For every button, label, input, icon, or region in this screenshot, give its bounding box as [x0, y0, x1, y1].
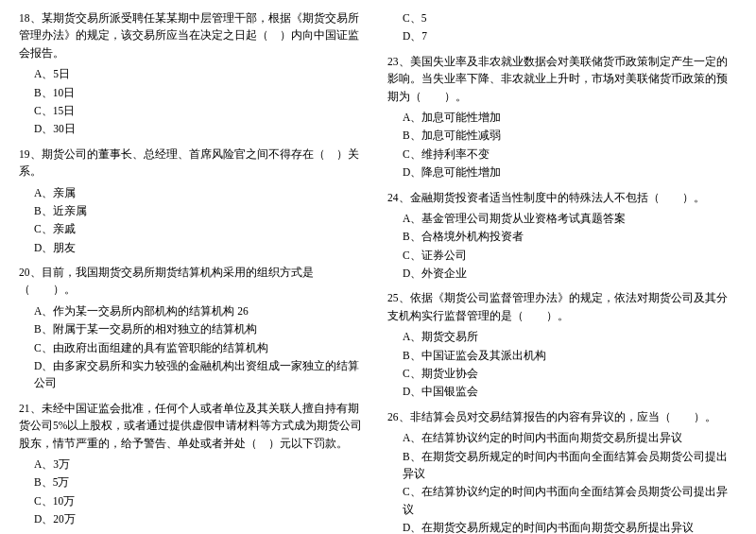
question-18-options: A、5日 B、10日 C、15日 D、30日 — [19, 65, 369, 138]
option-24-d: D、外资企业 — [403, 265, 737, 282]
option-19-a: A、亲属 — [34, 184, 369, 201]
question-20-options: A、作为某一交易所内部机构的结算机构 26 B、附属于某一交易所的相对独立的结算… — [19, 302, 369, 392]
option-19-b: B、近亲属 — [34, 202, 369, 219]
question-24-options: A、基金管理公司期货从业资格考试真题答案 B、合格境外机构投资者 C、证券公司 … — [387, 210, 737, 283]
left-column: 18、某期货交易所派受聘任某某期中层管理干部，根据《期货交易所管理办法》的规定，… — [19, 9, 369, 534]
question-21-text: 21、未经中国证监会批准，任何个人或者单位及其关联人擅自持有期货公司5%以上股权… — [19, 400, 369, 452]
question-18: 18、某期货交易所派受聘任某某期中层管理干部，根据《期货交易所管理办法》的规定，… — [19, 9, 369, 138]
option-24-c: C、证券公司 — [403, 247, 737, 264]
option-21-b: B、5万 — [34, 474, 369, 491]
question-19: 19、期货公司的董事长、总经理、首席风险官之间不得存在（ ）关系。 A、亲属 B… — [19, 146, 369, 256]
option-18-a: A、5日 — [34, 65, 369, 82]
option-26-a: A、在结算协议约定的时间内书面向期货交易所提出异议 — [403, 429, 737, 446]
question-26-text: 26、非结算会员对交易结算报告的内容有异议的，应当（ ）。 — [387, 408, 737, 425]
question-25-options: A、期货交易所 B、中国证监会及其派出机构 C、期货业协会 D、中国银监会 — [387, 328, 737, 401]
option-22-d: D、7 — [403, 27, 737, 44]
option-24-b: B、合格境外机构投资者 — [403, 228, 737, 245]
question-21: 21、未经中国证监会批准，任何个人或者单位及其关联人擅自持有期货公司5%以上股权… — [19, 400, 369, 528]
option-23-a: A、加息可能性增加 — [403, 109, 737, 126]
option-25-c: C、期货业协会 — [403, 365, 737, 382]
option-20-b: B、附属于某一交易所的相对独立的结算机构 — [34, 320, 369, 337]
two-column-layout: 18、某期货交易所派受聘任某某期中层管理干部，根据《期货交易所管理办法》的规定，… — [19, 9, 737, 534]
option-21-d: D、20万 — [34, 510, 369, 527]
option-25-d: D、中国银监会 — [403, 383, 737, 400]
option-26-c: C、在结算协议约定的时间内书面向全面结算会员期货公司提出异议 — [403, 483, 737, 518]
option-23-b: B、加息可能性减弱 — [403, 127, 737, 144]
question-22-cont: C、5 D、7 — [387, 9, 737, 45]
question-25: 25、依据《期货公司监督管理办法》的规定，依法对期货公司及其分支机构实行监督管理… — [387, 289, 737, 400]
option-26-d: D、在期货交易所规定的时间内书面向期货交易所提出异议 — [403, 519, 737, 534]
option-20-c: C、由政府出面组建的具有监管职能的结算机构 — [34, 339, 369, 356]
option-23-d: D、降息可能性增加 — [403, 164, 737, 181]
option-19-d: D、朋友 — [34, 239, 369, 256]
question-19-options: A、亲属 B、近亲属 C、亲戚 D、朋友 — [19, 184, 369, 257]
option-25-a: A、期货交易所 — [403, 328, 737, 345]
question-25-text: 25、依据《期货公司监督管理办法》的规定，依法对期货公司及其分支机构实行监督管理… — [387, 289, 737, 324]
question-20: 20、目前，我国期货交易所期货结算机构采用的组织方式是（ ）。 A、作为某一交易… — [19, 264, 369, 392]
right-column: C、5 D、7 23、美国失业率及非农就业数据会对美联储货币政策制定产生一定的影… — [387, 9, 737, 534]
question-22-cont-options: C、5 D、7 — [387, 9, 737, 45]
question-19-text: 19、期货公司的董事长、总经理、首席风险官之间不得存在（ ）关系。 — [19, 146, 369, 181]
question-26-options: A、在结算协议约定的时间内书面向期货交易所提出异议 B、在期货交易所规定的时间内… — [387, 429, 737, 534]
option-19-c: C、亲戚 — [34, 220, 369, 237]
option-20-d: D、由多家交易所和实力较强的金融机构出资组成一家独立的结算公司 — [34, 357, 369, 392]
question-23-text: 23、美国失业率及非农就业数据会对美联储货币政策制定产生一定的影响。当失业率下降… — [387, 53, 737, 105]
question-23-options: A、加息可能性增加 B、加息可能性减弱 C、维持利率不变 D、降息可能性增加 — [387, 109, 737, 181]
page: 18、某期货交易所派受聘任某某期中层管理干部，根据《期货交易所管理办法》的规定，… — [19, 9, 737, 534]
question-24-text: 24、金融期货投资者适当性制度中的特殊法人不包括（ ）。 — [387, 189, 737, 206]
option-21-a: A、3万 — [34, 456, 369, 473]
question-18-text: 18、某期货交易所派受聘任某某期中层管理干部，根据《期货交易所管理办法》的规定，… — [19, 9, 369, 61]
option-22-c: C、5 — [403, 9, 737, 26]
option-18-c: C、15日 — [34, 102, 369, 119]
option-25-b: B、中国证监会及其派出机构 — [403, 347, 737, 364]
question-21-options: A、3万 B、5万 C、10万 D、20万 — [19, 456, 369, 528]
option-18-b: B、10日 — [34, 84, 369, 101]
option-18-d: D、30日 — [34, 120, 369, 137]
option-24-a: A、基金管理公司期货从业资格考试真题答案 — [403, 210, 737, 227]
option-23-c: C、维持利率不变 — [403, 146, 737, 163]
question-20-text: 20、目前，我国期货交易所期货结算机构采用的组织方式是（ ）。 — [19, 264, 369, 299]
option-20-a: A、作为某一交易所内部机构的结算机构 26 — [34, 302, 369, 319]
question-24: 24、金融期货投资者适当性制度中的特殊法人不包括（ ）。 A、基金管理公司期货从… — [387, 189, 737, 283]
option-21-c: C、10万 — [34, 492, 369, 509]
option-26-b: B、在期货交易所规定的时间内书面向全面结算会员期货公司提出异议 — [403, 448, 737, 483]
question-26: 26、非结算会员对交易结算报告的内容有异议的，应当（ ）。 A、在结算协议约定的… — [387, 408, 737, 534]
question-23: 23、美国失业率及非农就业数据会对美联储货币政策制定产生一定的影响。当失业率下降… — [387, 53, 737, 181]
